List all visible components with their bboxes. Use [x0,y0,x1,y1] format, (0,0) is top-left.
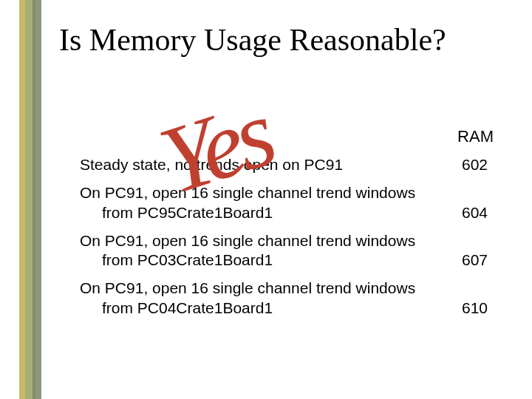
row-description-line2: from PC03Crate1Board1 [80,250,432,270]
row-description-line2: from PC04Crate1Board1 [80,299,432,318]
table-row: Steady state, no trends open on PC91 602 [80,155,488,174]
table-row: On PC91, open 16 single channel trend wi… [80,183,488,222]
decorative-stripe [19,0,49,399]
row-description-line2: from PC95Crate1Board1 [80,203,432,222]
row-description-line1: On PC91, open 16 single channel trend wi… [80,279,415,296]
row-description: On PC91, open 16 single channel trend wi… [80,231,432,270]
row-description-line1: On PC91, open 16 single channel trend wi… [80,184,415,201]
row-description-line1: Steady state, no trends open on PC91 [80,156,343,173]
stripe-layer [33,0,41,399]
row-description: On PC91, open 16 single channel trend wi… [80,183,432,222]
row-value: 604 [432,203,488,222]
row-value: 607 [432,250,488,270]
row-description-line1: On PC91, open 16 single channel trend wi… [80,232,415,249]
slide-title: Is Memory Usage Reasonable? [59,22,517,58]
column-header-ram: RAM [457,127,494,146]
row-value: 602 [432,155,488,174]
row-value: 610 [432,299,488,318]
row-description: Steady state, no trends open on PC91 [80,155,432,174]
slide: Is Memory Usage Reasonable? RAM Steady s… [0,0,532,399]
memory-usage-rows: Steady state, no trends open on PC91 602… [80,155,488,327]
table-row: On PC91, open 16 single channel trend wi… [80,279,488,318]
row-description: On PC91, open 16 single channel trend wi… [80,279,432,318]
table-row: On PC91, open 16 single channel trend wi… [80,231,488,270]
